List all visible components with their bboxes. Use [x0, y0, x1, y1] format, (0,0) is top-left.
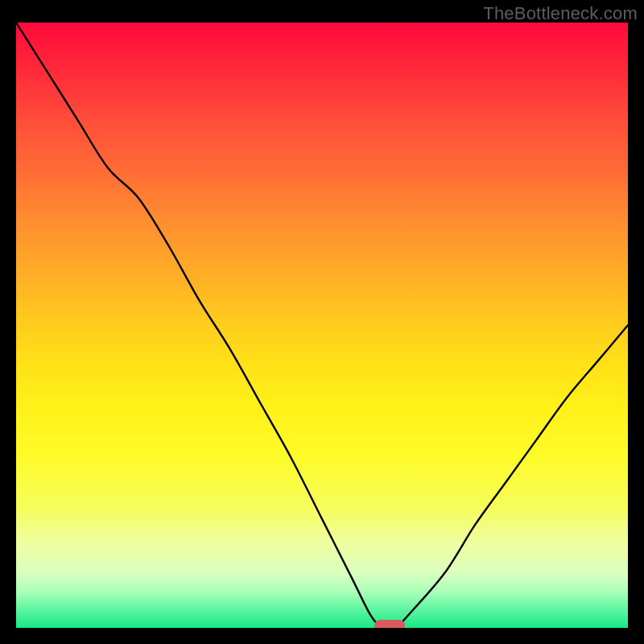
- optimal-marker: [374, 620, 405, 628]
- bottleneck-curve: [16, 23, 628, 628]
- plot-area: [16, 23, 628, 628]
- curve-path: [16, 23, 628, 628]
- chart-frame: TheBottleneck.com: [0, 0, 644, 644]
- watermark-text: TheBottleneck.com: [483, 3, 638, 24]
